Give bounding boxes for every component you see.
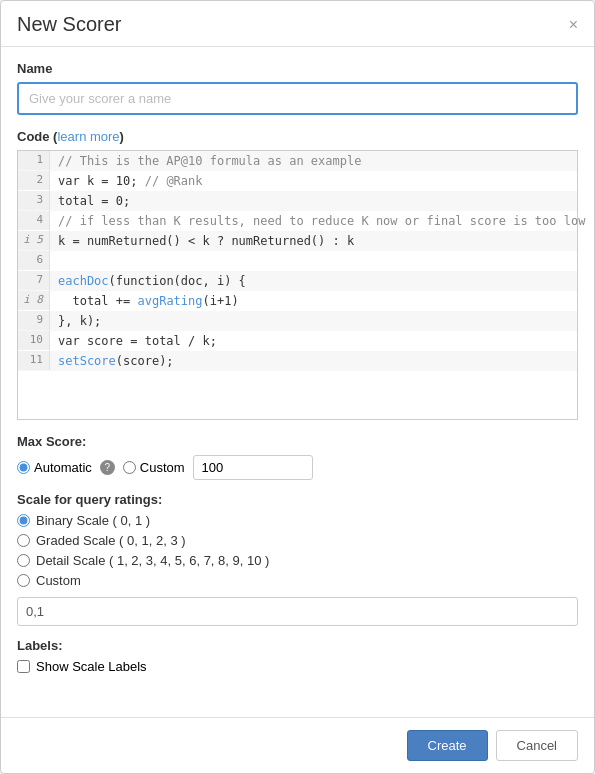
name-label: Name — [17, 61, 578, 76]
code-blank-area — [18, 371, 577, 419]
custom-radio-label[interactable]: Custom — [123, 460, 185, 475]
max-score-section: Max Score: Automatic ? Custom — [17, 434, 578, 480]
automatic-radio[interactable] — [17, 461, 30, 474]
show-scale-labels-text: Show Scale Labels — [36, 659, 147, 674]
max-score-label: Max Score: — [17, 434, 578, 449]
modal-title: New Scorer — [17, 13, 121, 36]
create-button[interactable]: Create — [407, 730, 488, 761]
automatic-radio-label[interactable]: Automatic — [17, 460, 92, 475]
code-line: 6 — [18, 251, 577, 271]
labels-label: Labels: — [17, 638, 578, 653]
code-line: 10 var score = total / k; — [18, 331, 577, 351]
code-line: i 5 k = numReturned() < k ? numReturned(… — [18, 231, 577, 251]
max-score-custom-input[interactable] — [193, 455, 313, 480]
learn-more-link[interactable]: learn more — [57, 129, 119, 144]
close-button[interactable]: × — [569, 17, 578, 33]
graded-scale-label: Graded Scale ( 0, 1, 2, 3 ) — [36, 533, 186, 548]
code-line: 3 total = 0; — [18, 191, 577, 211]
binary-scale-radio[interactable] — [17, 514, 30, 527]
code-line: i 8 total += avgRating(i+1) — [18, 291, 577, 311]
code-line: 4 // if less than K results, need to red… — [18, 211, 577, 231]
custom-scale-option[interactable]: Custom — [17, 573, 578, 588]
detail-scale-option[interactable]: Detail Scale ( 1, 2, 3, 4, 5, 6, 7, 8, 9… — [17, 553, 578, 568]
scale-section: Scale for query ratings: Binary Scale ( … — [17, 492, 578, 626]
code-line: 9 }, k); — [18, 311, 577, 331]
code-line: 11 setScore(score); — [18, 351, 577, 371]
binary-scale-option[interactable]: Binary Scale ( 0, 1 ) — [17, 513, 578, 528]
show-scale-labels-option[interactable]: Show Scale Labels — [17, 659, 578, 674]
help-icon[interactable]: ? — [100, 460, 115, 475]
code-label: Code (learn more) — [17, 129, 578, 144]
modal-header: New Scorer × — [1, 1, 594, 47]
graded-scale-radio[interactable] — [17, 534, 30, 547]
custom-radio[interactable] — [123, 461, 136, 474]
custom-scale-radio[interactable] — [17, 574, 30, 587]
max-score-row: Automatic ? Custom — [17, 455, 578, 480]
binary-scale-label: Binary Scale ( 0, 1 ) — [36, 513, 150, 528]
detail-scale-radio[interactable] — [17, 554, 30, 567]
custom-label: Custom — [140, 460, 185, 475]
show-scale-labels-checkbox[interactable] — [17, 660, 30, 673]
scorer-name-input[interactable] — [17, 82, 578, 115]
modal-footer: Create Cancel — [1, 717, 594, 773]
code-line: 7 eachDoc(function(doc, i) { — [18, 271, 577, 291]
scale-options: Binary Scale ( 0, 1 ) Graded Scale ( 0, … — [17, 513, 578, 588]
detail-scale-label: Detail Scale ( 1, 2, 3, 4, 5, 6, 7, 8, 9… — [36, 553, 269, 568]
scale-label: Scale for query ratings: — [17, 492, 578, 507]
graded-scale-option[interactable]: Graded Scale ( 0, 1, 2, 3 ) — [17, 533, 578, 548]
modal-body: Name Code (learn more) 1 // This is the … — [1, 47, 594, 717]
custom-scale-label: Custom — [36, 573, 81, 588]
code-line: 1 // This is the AP@10 formula as an exa… — [18, 151, 577, 171]
automatic-label: Automatic — [34, 460, 92, 475]
scale-value-input[interactable] — [17, 597, 578, 626]
cancel-button[interactable]: Cancel — [496, 730, 578, 761]
code-editor[interactable]: 1 // This is the AP@10 formula as an exa… — [17, 150, 578, 420]
code-line: 2 var k = 10; // @Rank — [18, 171, 577, 191]
labels-section: Labels: Show Scale Labels — [17, 638, 578, 674]
new-scorer-modal: New Scorer × Name Code (learn more) 1 //… — [0, 0, 595, 774]
